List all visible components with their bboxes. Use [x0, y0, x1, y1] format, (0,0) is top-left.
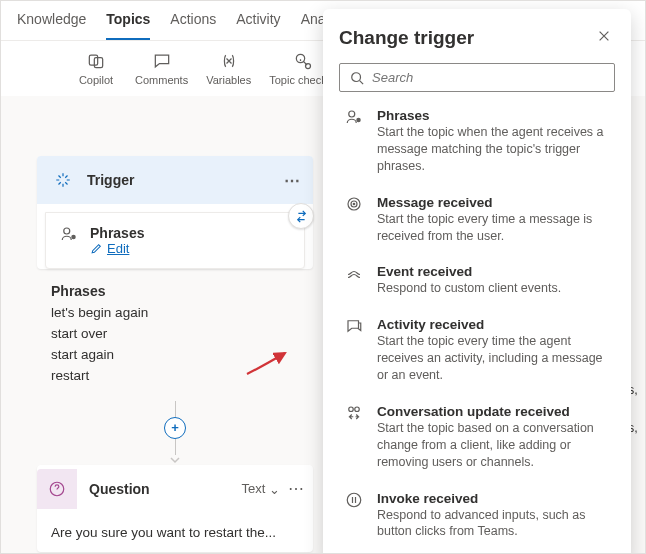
copilot-icon	[86, 51, 106, 71]
option-conversation-update[interactable]: Conversation update receivedStart the to…	[339, 402, 615, 473]
svg-point-5	[71, 235, 76, 240]
comments-button[interactable]: Comments	[135, 51, 188, 86]
svg-point-12	[353, 203, 355, 205]
close-icon	[597, 29, 611, 43]
question-body: Are you sure you want to restart the...	[37, 513, 313, 552]
edit-label: Edit	[107, 241, 129, 256]
svg-point-3	[305, 64, 310, 69]
phrase-item: let's begin again	[51, 303, 299, 324]
event-icon	[345, 264, 363, 282]
question-node-header: Question Text ⌄ ⋯	[37, 465, 313, 513]
trigger-phrases-block: Phrases Edit	[45, 212, 305, 269]
topic-checker-icon	[293, 51, 313, 71]
tab-actions[interactable]: Actions	[170, 11, 216, 40]
chevron-down-icon: ⌄	[269, 482, 280, 497]
search-icon	[350, 71, 364, 85]
variables-button[interactable]: Variables	[206, 51, 251, 86]
panel-search-input[interactable]	[372, 70, 604, 85]
change-trigger-button[interactable]	[288, 203, 314, 229]
svg-point-8	[349, 111, 355, 117]
invoke-icon	[345, 491, 363, 509]
svg-point-9	[356, 118, 361, 123]
panel-close-button[interactable]	[593, 25, 615, 51]
question-more-button[interactable]: ⋯	[288, 479, 305, 498]
question-type-selector[interactable]: Text ⌄	[242, 481, 280, 496]
edit-phrases-link[interactable]: Edit	[90, 241, 144, 256]
svg-rect-1	[94, 58, 102, 68]
node-connector: +	[37, 401, 313, 465]
svg-point-4	[64, 228, 70, 234]
svg-point-7	[352, 72, 361, 81]
phrase-item: start again	[51, 345, 299, 366]
message-icon	[345, 195, 363, 213]
tab-topics[interactable]: Topics	[106, 11, 150, 40]
variables-icon	[219, 51, 239, 71]
comments-icon	[152, 51, 172, 71]
phrase-item: restart	[51, 366, 299, 387]
question-node[interactable]: Question Text ⌄ ⋯ Are you sure you want …	[37, 465, 313, 552]
add-node-button[interactable]: +	[164, 417, 186, 439]
svg-point-15	[347, 493, 361, 507]
copilot-label: Copilot	[79, 74, 113, 86]
option-invoke-received[interactable]: Invoke receivedRespond to advanced input…	[339, 489, 615, 543]
arrow-down-icon	[170, 455, 180, 465]
trigger-node[interactable]: Trigger ⋯ Phrases Edit	[37, 156, 313, 269]
phrases-option-icon	[345, 108, 363, 126]
comments-label: Comments	[135, 74, 188, 86]
trigger-node-header: Trigger ⋯	[37, 156, 313, 204]
variables-label: Variables	[206, 74, 251, 86]
phrase-item: start over	[51, 324, 299, 345]
activity-icon	[345, 317, 363, 335]
option-event-received[interactable]: Event receivedRespond to custom client e…	[339, 262, 615, 299]
question-icon	[37, 469, 77, 509]
swap-icon	[294, 209, 309, 224]
phrases-label: Phrases	[90, 225, 144, 241]
phrases-icon	[60, 225, 78, 256]
option-message-received[interactable]: Message receivedStart the topic every ti…	[339, 193, 615, 247]
conversation-update-icon	[345, 404, 363, 422]
svg-rect-0	[89, 55, 97, 65]
copilot-button[interactable]: Copilot	[75, 51, 117, 86]
question-title: Question	[89, 481, 150, 497]
phrase-list-title: Phrases	[51, 283, 299, 299]
panel-title: Change trigger	[339, 27, 474, 49]
svg-point-14	[355, 407, 360, 412]
option-activity-received[interactable]: Activity receivedStart the topic every t…	[339, 315, 615, 386]
panel-search-box[interactable]	[339, 63, 615, 92]
trigger-icon	[49, 166, 77, 194]
tab-activity[interactable]: Activity	[236, 11, 280, 40]
phrase-list: Phrases let's begin again start over sta…	[37, 277, 313, 401]
change-trigger-panel: Change trigger PhrasesStart the topic wh…	[323, 9, 631, 554]
trigger-title: Trigger	[87, 172, 134, 188]
pencil-icon	[90, 242, 103, 255]
svg-point-13	[349, 407, 354, 412]
option-phrases[interactable]: PhrasesStart the topic when the agent re…	[339, 106, 615, 177]
tab-knowledge[interactable]: Knowledge	[17, 11, 86, 40]
trigger-option-list: PhrasesStart the topic when the agent re…	[339, 106, 615, 542]
trigger-more-button[interactable]: ⋯	[284, 171, 301, 190]
